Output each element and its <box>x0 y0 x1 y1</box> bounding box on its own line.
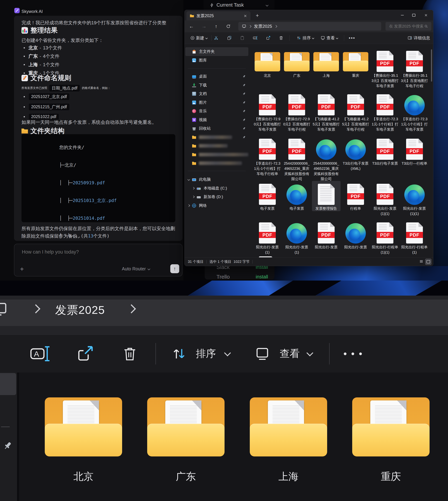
sort-icon[interactable] <box>170 335 188 373</box>
sidebar-item[interactable]: 文档 <box>185 90 248 98</box>
folder-item[interactable]: 北京 <box>42 395 125 484</box>
view-label[interactable]: 查看 <box>273 335 306 373</box>
current-task-bar[interactable]: Current Task <box>204 0 274 10</box>
new-button[interactable]: 新建 <box>188 34 209 42</box>
sidebar-item[interactable] <box>185 133 248 142</box>
view-icon[interactable] <box>253 335 271 373</box>
refresh-button[interactable] <box>225 23 232 30</box>
file-item[interactable]: 【享道出行-72.31元-1个行程】打车电子发票 <box>400 91 429 132</box>
sidebar-item[interactable]: 回收站 <box>185 124 248 133</box>
sidebar-item[interactable]: 本地磁盘 (C:) <box>185 184 248 193</box>
share-button[interactable] <box>265 34 272 42</box>
file-item[interactable]: 【曹操出行-72.90元】百度地图打车电子发票 <box>253 91 282 132</box>
close-button[interactable] <box>421 10 431 20</box>
sidebar-item[interactable]: 新加卷 (D:) <box>185 193 248 201</box>
up-button[interactable]: ↑ <box>212 23 220 30</box>
view-button[interactable]: 查看 <box>316 34 343 42</box>
file-item[interactable]: 阳光出行-发票 (1) <box>282 220 311 255</box>
sidebar-item[interactable]: 音乐 <box>185 107 248 116</box>
file-item[interactable]: 【曹操出行-72.90元】百度地图打车电子行程 <box>282 91 311 132</box>
sort-label[interactable]: 排序 <box>190 335 222 373</box>
file-item[interactable]: 阳光出行-行程单 (1) <box>400 220 429 255</box>
file-item[interactable]: 行程单 <box>341 181 370 211</box>
file-item[interactable]: 【曹操出行-35.13元】百度地图打车电子行程 <box>400 48 429 89</box>
minimize-button[interactable] <box>397 10 407 20</box>
file-item[interactable]: 【曹操出行-35.13元】百度地图打车电子发票 <box>371 48 399 89</box>
folder-item[interactable]: 广东 <box>145 395 227 484</box>
file-item[interactable]: 阳光出行-发票 (1)(1) <box>400 181 429 216</box>
back-button[interactable]: ← <box>188 23 195 30</box>
rename-button[interactable]: A <box>252 34 259 42</box>
sidebar-item[interactable]: 主文件夹 <box>185 47 248 56</box>
expand-chevron-icon[interactable] <box>192 196 195 198</box>
more-options-button[interactable] <box>338 335 367 373</box>
copy-button[interactable] <box>226 34 233 42</box>
magnified-breadcrumb-folder[interactable]: 发票2025 <box>55 302 105 318</box>
folder-item[interactable]: 上海 <box>247 395 330 484</box>
file-item[interactable]: 电子发票 <box>253 181 282 211</box>
file-item[interactable]: T3出行—行程单 <box>400 136 429 166</box>
file-item[interactable]: 254420000006_49652236_重庆灵狐科技股份有限公司 <box>282 136 311 182</box>
file-item[interactable]: 【飞嘀极速-41.25元】百度地图打车电子行程 <box>341 91 370 132</box>
sidebar-item[interactable]: 视频 <box>185 116 248 124</box>
file-item[interactable]: 阳光出行-发票 <box>341 220 370 250</box>
folder-item[interactable]: 重庆 <box>350 395 432 484</box>
details-view-button[interactable] <box>418 259 424 264</box>
search-input[interactable] <box>389 24 423 29</box>
sidebar-item[interactable] <box>185 141 248 150</box>
expand-chevron-icon[interactable] <box>188 178 190 181</box>
file-item[interactable] <box>253 254 282 258</box>
forward-button[interactable]: → <box>200 23 208 30</box>
file-item[interactable]: 阳光出行-发票 (1) <box>253 220 282 255</box>
expand-chevron-icon[interactable] <box>188 204 190 207</box>
cut-button[interactable] <box>212 34 220 42</box>
sidebar-item[interactable]: 此电脑 <box>185 175 248 184</box>
file-item[interactable]: 阳光出行-发票 (1)(1) <box>371 181 399 216</box>
file-item[interactable]: 上海 <box>312 48 341 78</box>
sidebar-item[interactable]: 网络 <box>185 201 248 210</box>
breadcrumb-bar[interactable]: 发票2025 <box>238 22 381 30</box>
scrollbar-thumb[interactable] <box>431 49 432 82</box>
maximize-button[interactable] <box>409 10 419 20</box>
more-options-button[interactable]: ••• <box>347 34 357 42</box>
sidebar-item[interactable] <box>185 159 248 168</box>
breadcrumb-folder[interactable]: 发票2025 <box>254 23 272 29</box>
file-item[interactable]: 阳光出行-行程单 (1)(1) <box>371 220 399 255</box>
search-box[interactable] <box>385 22 431 30</box>
file-item[interactable]: 254420000006_49652236_重庆灵狐科技股份有限公司 <box>312 136 341 182</box>
icons-view-button[interactable] <box>425 259 431 265</box>
expand-chevron-icon[interactable] <box>192 187 195 189</box>
file-item[interactable]: T3出行电子发票 (XML) <box>341 136 370 171</box>
explorer-tab[interactable]: 发票2025 <box>186 11 251 20</box>
delete-button[interactable] <box>118 335 142 373</box>
send-button[interactable]: ↑ <box>170 264 179 273</box>
app-row[interactable]: Trello install <box>205 272 274 282</box>
file-item[interactable]: 北京 <box>253 48 282 78</box>
rename-button[interactable]: A <box>29 335 52 373</box>
delete-button[interactable] <box>277 34 285 42</box>
new-tab-button[interactable]: + <box>254 13 260 19</box>
file-item[interactable]: 【飞嘀极速-41.25元】百度地图打车电子发票 <box>312 91 341 132</box>
sidebar-item[interactable]: 图片 <box>185 98 248 107</box>
paste-button[interactable] <box>239 34 246 42</box>
share-button[interactable] <box>73 335 97 373</box>
install-link[interactable]: install <box>256 274 268 280</box>
file-item[interactable]: 广东 <box>282 48 311 78</box>
file-item[interactable]: 【享道出行-72.31元-1个行程】打车电子行程单 <box>253 136 282 176</box>
sidebar-item[interactable]: 图库 <box>185 56 248 65</box>
sidebar-item[interactable]: 桌面 <box>185 72 248 81</box>
tab-close-icon[interactable] <box>243 13 248 19</box>
file-item[interactable]: 重庆 <box>341 48 370 78</box>
file-item[interactable]: 阳光出行-发票 <box>312 220 341 250</box>
file-item[interactable]: 【享道出行-72.31元-1个行程】打车电子发票 <box>371 91 399 132</box>
file-item[interactable]: 电子发票 <box>282 181 311 211</box>
chat-input-box[interactable]: + Auto Router ↑ <box>14 244 182 276</box>
details-pane-button[interactable]: 详细信息 <box>407 34 432 42</box>
chat-input[interactable] <box>21 249 130 255</box>
file-item[interactable]: T3出行电子发票 <box>371 136 399 166</box>
router-selector[interactable]: Auto Router <box>122 266 150 272</box>
file-item[interactable]: 发票整理报告 <box>312 181 341 211</box>
attach-plus-button[interactable]: + <box>20 265 24 273</box>
sort-button[interactable]: 排序 <box>292 34 319 42</box>
sidebar-item[interactable] <box>185 150 248 159</box>
